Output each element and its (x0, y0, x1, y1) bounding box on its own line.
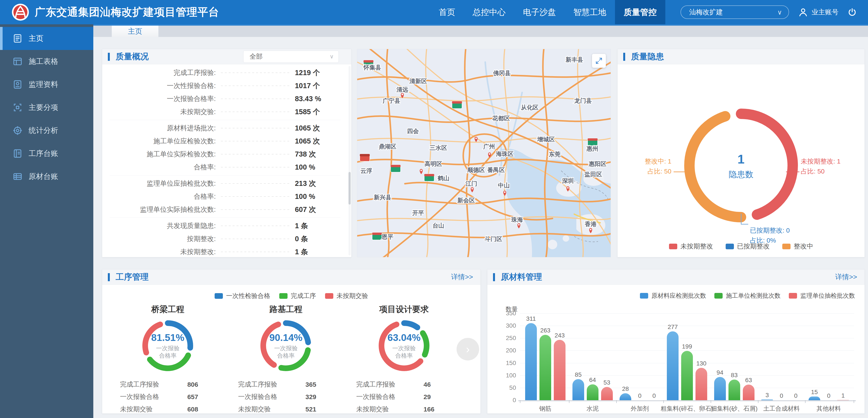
process-stat-row: 未按期交验608 (120, 403, 215, 415)
legend-swatch (215, 293, 223, 299)
group-tick (616, 400, 617, 403)
sidebar-item-原材台账[interactable]: 原材台账 (0, 165, 93, 188)
gridline (520, 326, 854, 326)
quality-hazard-title: 质量隐患 (631, 51, 664, 62)
process-chart-title: 桥梁工程 (151, 304, 184, 315)
bar-value-label: 0 (827, 392, 831, 399)
project-select-value: 汕梅改扩建 (689, 8, 723, 17)
bar-施工单位检测批次数 (728, 380, 740, 400)
bar-value-label: 277 (668, 324, 678, 330)
nav-item-总控中心[interactable]: 总控中心 (464, 0, 514, 24)
sidebar-item-label: 统计分析 (29, 125, 58, 136)
materials-detail-link[interactable]: 详情>> (835, 272, 865, 282)
overview-filter-value: 全部 (250, 52, 262, 61)
process-stat-row: 未按期交验166 (356, 403, 452, 415)
callout-name: 已按期整改: 0 (750, 226, 790, 235)
process-stats: 完成工序报验365一次报验合格329未按期交验521 (238, 378, 334, 415)
sidebar-item-施工表格[interactable]: 施工表格 (0, 50, 93, 73)
overview-row-label: 按期整改: (110, 234, 216, 243)
group-tick (805, 400, 806, 403)
region-map[interactable]: 怀集县清新区佛冈县新丰县龙门县广宁县清远从化区花都区增城区四会三水区广州鼎湖区惠… (357, 49, 611, 257)
legend-swatch (325, 293, 333, 299)
legend-item-施工单位检测批次数: 施工单位检测批次数 (714, 292, 780, 300)
gridline (520, 338, 854, 338)
stat-value: 608 (187, 406, 198, 413)
bar-value-label: 0 (780, 392, 783, 399)
chevron-down-icon: ∨ (777, 8, 782, 16)
overview-row-label: 完成工序报验: (110, 68, 216, 77)
nav-item-质量管控[interactable]: 质量管控 (615, 0, 665, 24)
bar-value-label: 130 (696, 360, 707, 367)
process-chart-title: 项目设计要求 (379, 304, 429, 315)
overview-filter-select[interactable]: 全部 ∨ (243, 51, 339, 63)
process-chart-桥梁工程: 桥梁工程81.51%一次报验合格率完成工序报验806一次报验合格657未按期交验… (109, 302, 227, 413)
bar-value-label: 63 (745, 377, 752, 384)
overview-row: 施工单位应检验次数:1065 次 (110, 135, 340, 148)
sidebar-item-监理资料[interactable]: 监理资料 (0, 73, 93, 96)
sidebar-item-统计分析[interactable]: 统计分析 (0, 119, 93, 142)
process-detail-link[interactable]: 详情>> (451, 272, 480, 282)
stat-value: 806 (187, 381, 198, 388)
map-place-label: 清远 (396, 86, 408, 93)
overview-row-value: 1 条 (295, 221, 340, 231)
raw-materials-panel: 原材料管理 详情>> 原材料应检测批次数施工单位检测批次数监理单位抽检批次数 数… (487, 269, 865, 414)
leader-line (221, 72, 290, 73)
overview-scrollbar-thumb[interactable] (348, 172, 351, 205)
nav-item-首页[interactable]: 首页 (430, 0, 464, 24)
process-chart-项目设计要求: 项目设计要求63.04%一次报验合格率完成工序报验46一次报验合格29未按期交验… (345, 302, 463, 413)
logout-button[interactable] (847, 8, 857, 17)
quality-overview-header: 质量概况 全部 ∨ (102, 49, 351, 64)
tab-home[interactable]: 主页 (112, 26, 158, 37)
map-place-label: 顺德区 (467, 167, 485, 173)
pass-rate-label: 一次报验合格率 (392, 345, 416, 359)
process-stat-row: 完成工序报验806 (120, 378, 215, 391)
overview-row: 监理单位应抽检批次数:213 次 (110, 177, 340, 190)
group-tick (569, 400, 569, 403)
overview-scrollbar (348, 66, 351, 256)
process-stat-row: 完成工序报验46 (356, 378, 452, 391)
map-place-label: 三水区 (430, 145, 447, 151)
callout-elbow (741, 214, 748, 225)
bar-原材料应检测批次数 (714, 377, 726, 400)
process-legend: 一次性检验合格完成工序未按期交验 (102, 292, 480, 300)
map-place-label: 高明区 (425, 161, 442, 167)
bar-原材料应检测批次数 (620, 393, 631, 400)
chevron-down-icon: ∨ (330, 53, 334, 60)
user-icon (798, 7, 808, 17)
legend-label: 整改中 (794, 242, 813, 251)
materials-ledger-icon (12, 172, 23, 182)
map-expand-button[interactable] (592, 54, 606, 68)
carousel-next-button[interactable]: › (457, 338, 479, 360)
map-place-label: 深圳 (562, 178, 574, 184)
project-select[interactable]: 汕梅改扩建 ∨ (681, 5, 789, 19)
bar-value-label: 311 (526, 315, 536, 322)
highway-shield-icon (360, 154, 370, 161)
x-category-label: 细集料(砂、石屑) (711, 405, 757, 413)
stat-label: 一次报验合格 (120, 392, 187, 401)
sidebar-item-主页[interactable]: 主页 (0, 27, 93, 50)
leader-line (221, 154, 290, 154)
app-title: 广东交通集团汕梅改扩建项目管理平台 (35, 5, 219, 19)
overview-row-label: 合格率: (110, 192, 216, 201)
overview-row-label: 原材料进场批次: (110, 124, 216, 133)
account-menu[interactable]: 业主账号 (798, 7, 838, 17)
sidebar-item-主要分项[interactable]: 主要分项 (0, 96, 93, 119)
bar-value-label: 94 (716, 369, 723, 376)
nav-item-电子沙盘[interactable]: 电子沙盘 (514, 0, 565, 24)
leader-line (221, 167, 290, 168)
sidebar-item-label: 工序台账 (29, 149, 58, 158)
overview-row-value: 100 % (295, 192, 340, 201)
donut-center: 90.14%一次报验合格率 (257, 318, 314, 374)
overview-row-value: 1017 个 (295, 81, 340, 91)
highway-shield-icon (424, 174, 434, 181)
nav-item-智慧工地[interactable]: 智慧工地 (565, 0, 615, 24)
overview-row-value: 213 次 (295, 179, 340, 188)
overview-group: 原材料进场批次:1065 次施工单位应检验次数:1065 次施工单位实际检验次数… (110, 120, 340, 175)
sidebar-item-工序台账[interactable]: 工序台账 (0, 142, 93, 165)
process-chart-路基工程: 路基工程90.14%一次报验合格率完成工序报验365一次报验合格329未按期交验… (227, 302, 345, 413)
leader-line (221, 128, 290, 128)
legend-swatch (279, 293, 287, 299)
group-tick (663, 400, 664, 403)
map-place-label: 新兴县 (374, 194, 392, 201)
stat-label: 未按期交验 (238, 405, 305, 414)
